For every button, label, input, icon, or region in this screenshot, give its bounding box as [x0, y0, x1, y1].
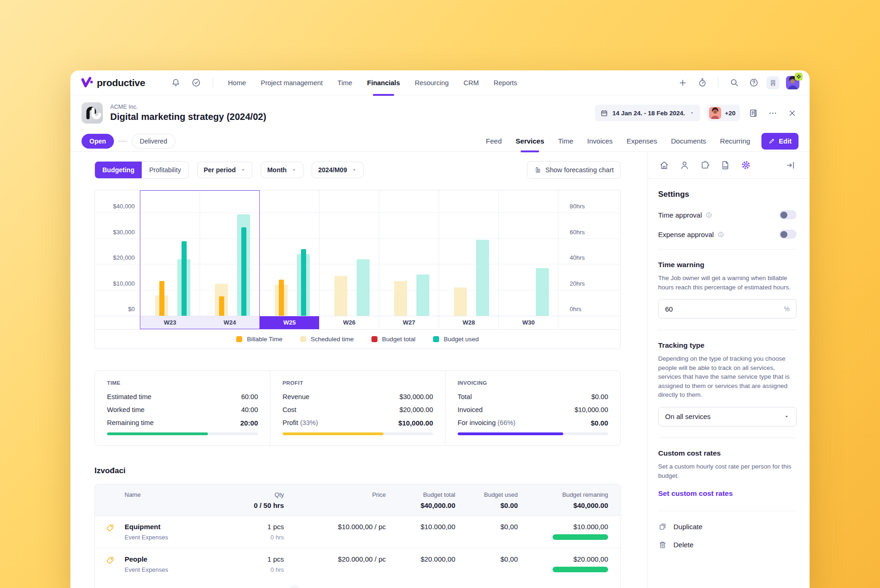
toggle-row-time-approval: Time approval [658, 210, 797, 219]
tab-time[interactable]: Time [558, 131, 573, 151]
toggle-row-expense-approval: Expense approval [658, 230, 797, 239]
sidebar-divider [658, 511, 797, 511]
pencil-icon [768, 138, 775, 144]
bar-budget-used-projected [476, 240, 489, 316]
row-qty: 1 pcs [228, 523, 284, 531]
bar-scheduled-time [454, 288, 467, 316]
productive-logo[interactable]: productive [81, 76, 145, 89]
row-progress-fill [553, 534, 608, 540]
dropdown-month[interactable]: Month [261, 162, 303, 178]
row-category: Event Expenses [125, 534, 228, 541]
integrations-puzzle-icon[interactable] [699, 159, 711, 171]
segment-profitability[interactable]: Profitability [142, 162, 188, 178]
tag-icon [95, 555, 125, 573]
nav-item-financials[interactable]: Financials [367, 70, 400, 95]
project-members[interactable]: +20 [707, 105, 740, 121]
dropdown-per-period[interactable]: Per period [197, 162, 252, 178]
y-axis-label-right: 20hrs [570, 280, 585, 287]
tracking-type-select[interactable]: On all services [658, 407, 797, 426]
progress-fill [107, 432, 208, 435]
legend-swatch [300, 336, 306, 342]
collapse-panel-icon[interactable] [785, 159, 797, 171]
pdf-export-icon[interactable]: PDF [719, 159, 731, 171]
week-label-w25[interactable]: W25 [259, 316, 319, 329]
row-budget-total: $20.000,00 [386, 555, 455, 563]
tab-invoices[interactable]: Invoices [587, 131, 613, 151]
table-row-equipment[interactable]: EquipmentEvent Expenses1 pcs0 hrs$10.000… [95, 516, 620, 548]
summary-note: (66%) [497, 419, 515, 426]
delete-button[interactable]: Delete [658, 540, 797, 549]
nav-item-reports[interactable]: Reports [494, 70, 517, 95]
search-icon[interactable] [728, 76, 741, 89]
row-progress [518, 534, 608, 540]
legend-swatch [433, 336, 439, 342]
legend-label: Budget total [382, 336, 415, 343]
bar-billable-time [279, 280, 284, 316]
set-custom-cost-rates-link[interactable]: Set custom cost rates [658, 489, 733, 498]
tab-recurring[interactable]: Recurring [720, 131, 750, 151]
table-row-people[interactable]: PeopleEvent Expenses1 pcs0 hrs$20.000,00… [95, 548, 620, 580]
nav-item-resourcing[interactable]: Resourcing [415, 70, 448, 95]
nav-item-home[interactable]: Home [228, 70, 246, 95]
duplicate-button[interactable]: Duplicate [658, 522, 797, 531]
week-label-w26[interactable]: W26 [319, 316, 379, 329]
week-label-w28[interactable]: W28 [439, 316, 498, 329]
action-label: Duplicate [673, 523, 703, 531]
week-row-gutter [95, 316, 140, 329]
week-row-gutter [558, 316, 620, 329]
progress-bar [283, 432, 433, 435]
tab-feed[interactable]: Feed [486, 131, 502, 151]
organization-icon[interactable] [767, 76, 779, 89]
nav-item-time[interactable]: Time [338, 70, 352, 95]
week-label-w24[interactable]: W24 [200, 316, 259, 329]
bar-billable-time [159, 281, 164, 316]
edit-button[interactable]: Edit [761, 133, 798, 150]
summary-value: 40:00 [241, 406, 258, 413]
chart-column-w26 [319, 190, 379, 316]
cell-budget-remaining: $20.000,00 [518, 555, 608, 573]
home-icon[interactable] [658, 159, 670, 171]
nav-item-crm[interactable]: CRM [464, 70, 479, 95]
tab-expenses[interactable]: Expenses [627, 131, 657, 151]
row-progress-fill [553, 567, 608, 572]
legend-swatch [236, 336, 242, 342]
bar-budget-used [182, 241, 187, 316]
dropdown-2024-m09[interactable]: 2024/M09 [312, 162, 364, 178]
tab-documents[interactable]: Documents [671, 131, 706, 151]
person-icon[interactable] [679, 159, 691, 171]
time-warning-title: Time warning [658, 261, 797, 269]
toggle-expense-approval[interactable] [779, 230, 797, 239]
summary-value: 20:00 [240, 419, 258, 427]
help-icon[interactable] [747, 76, 760, 89]
create-plus-icon[interactable] [676, 76, 689, 89]
time-warning-input[interactable] [665, 305, 784, 313]
toggle-knob [780, 231, 787, 238]
sidebar-divider [658, 249, 797, 250]
tab-services[interactable]: Services [515, 131, 544, 151]
show-forecasting-chart-button[interactable]: Show forecasting chart [527, 161, 621, 179]
summary-label: Profit (33%) [283, 419, 318, 427]
week-label-w30[interactable]: W30 [498, 316, 558, 329]
status-delivered-badge[interactable]: Delivered [132, 134, 176, 149]
segment-budgeting[interactable]: Budgeting [95, 162, 142, 178]
settings-gear-icon[interactable] [740, 159, 752, 171]
legend-label: Billable Time [247, 336, 283, 343]
date-range-picker[interactable]: 14 Jan 24. - 18 Feb 2024. [595, 105, 700, 121]
notifications-bell-icon[interactable] [169, 76, 182, 89]
bar-budget-used-projected [416, 275, 429, 316]
week-label-w27[interactable]: W27 [379, 316, 439, 329]
close-icon[interactable] [786, 106, 798, 119]
toggle-time-approval[interactable] [779, 210, 797, 219]
status-open-badge[interactable]: Open [82, 134, 114, 149]
nav-item-project-management[interactable]: Project management [261, 70, 323, 95]
user-avatar[interactable] [786, 76, 799, 89]
chevron-down-icon [689, 110, 695, 116]
active-tab-underline [521, 150, 539, 152]
time-warning-input-wrap: % [658, 299, 797, 319]
activity-log-icon[interactable] [747, 106, 760, 119]
approvals-check-icon[interactable] [189, 76, 202, 89]
timer-stopwatch-icon[interactable] [696, 76, 709, 89]
cell-name: EquipmentEvent Expenses [125, 523, 228, 541]
more-options-icon[interactable] [766, 106, 779, 119]
week-label-w23[interactable]: W23 [140, 316, 200, 329]
